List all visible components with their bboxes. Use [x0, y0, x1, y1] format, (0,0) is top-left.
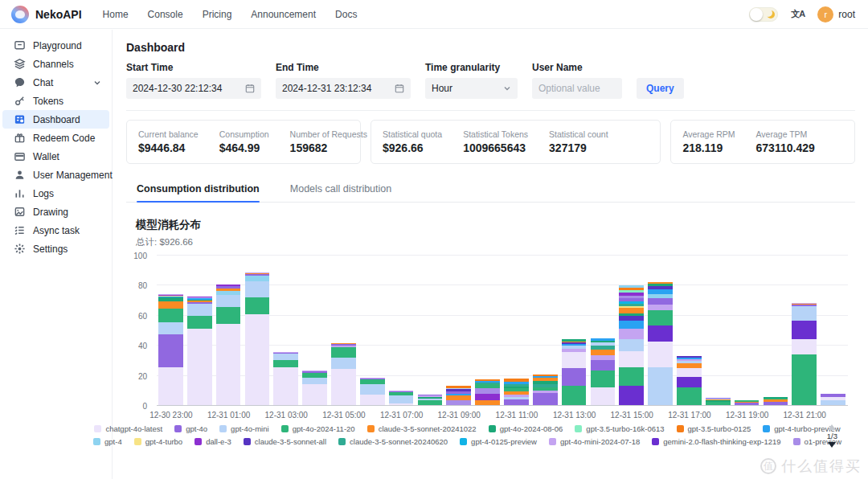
segment-gpt-4o-2024-11-20 [273, 360, 298, 367]
sidebar-item-tokens[interactable]: Tokens [2, 92, 109, 110]
stat-label: Statistical count [549, 129, 608, 139]
legend-swatch-icon [460, 438, 467, 445]
legend-item-gpt-4o-2024-08-06[interactable]: gpt-4o-2024-08-06 [489, 424, 563, 433]
segment-chatgpt-4o-latest [331, 369, 356, 405]
bar-12-31 04:00 [302, 371, 327, 405]
nekoapi-logo-icon [11, 6, 29, 23]
legend-item-dall-e-3[interactable]: dall-e-3 [194, 437, 231, 446]
end-time-field: End Time 2024-12-31 23:12:34 [276, 62, 411, 99]
legend-item-chatgpt-4o-latest[interactable]: chatgpt-4o-latest [94, 424, 162, 433]
gear-icon [14, 243, 26, 255]
segment-gpt-4o-mini [821, 400, 845, 405]
segment-gemini-2.0-flash-thinking-exp-1219 [792, 321, 817, 338]
legend-item-gpt-4o-mini-2024-07-18[interactable]: gpt-4o-mini-2024-07-18 [549, 437, 640, 446]
gridline [157, 255, 848, 256]
sidebar-item-logs[interactable]: Logs [2, 184, 109, 203]
sidebar-item-playground[interactable]: Playground [2, 36, 109, 55]
legend-page-down-icon[interactable] [828, 442, 836, 448]
legend-swatch-icon [367, 425, 375, 432]
nav-link-announcement[interactable]: Announcement [251, 9, 316, 20]
user-icon [14, 169, 26, 181]
calendar-icon[interactable] [245, 84, 255, 93]
segment-claude-3-5-sonnet-20241022 [158, 301, 183, 309]
user-menu[interactable]: r root [817, 6, 855, 23]
bar-12-31 14:00 [591, 338, 616, 405]
bar-12-31 19:00 [735, 400, 760, 405]
legend-item-gpt-4o-mini[interactable]: gpt-4o-mini [219, 424, 269, 433]
legend-area: chatgpt-4o-latestgpt-4ogpt-4o-minigpt-4o… [126, 424, 855, 446]
bar-12-31 16:00 [648, 282, 673, 405]
legend-swatch-icon [219, 425, 227, 432]
start-time-input[interactable]: 2024-12-30 22:12:34 [126, 78, 261, 99]
legend-swatch-icon [793, 438, 800, 445]
sidebar-item-dashboard[interactable]: Dashboard [2, 110, 109, 129]
segment-gpt-4o-mini [302, 378, 327, 383]
y-tick-label: 40 [138, 342, 147, 350]
sidebar-item-label: Redeem Code [33, 133, 95, 144]
language-switch-icon[interactable]: 文A [791, 8, 805, 20]
legend-item-gpt-3.5-turbo-16k-0613[interactable]: gpt-3.5-turbo-16k-0613 [575, 424, 664, 433]
segment-gpt-4o-2024-11-20 [562, 386, 587, 405]
dark-mode-toggle[interactable] [749, 7, 778, 22]
user-name-label: User Name [532, 62, 622, 73]
segment-o1-preview [446, 400, 471, 405]
user-name-input[interactable]: Optional value [532, 78, 622, 99]
segment-gpt-4o-2024-11-20 [418, 400, 443, 405]
segment-chatgpt-4o-latest [360, 395, 385, 405]
sidebar-item-label: Async task [33, 225, 80, 236]
legend-pager: 1/3 [827, 424, 837, 448]
legend-item-gpt-4-turbo[interactable]: gpt-4-turbo [134, 437, 182, 446]
segment-chatgpt-4o-latest [562, 352, 587, 369]
start-time-field: Start Time 2024-12-30 22:12:34 [126, 62, 261, 99]
nav-link-console[interactable]: Console [148, 9, 183, 20]
nav-link-pricing[interactable]: Pricing [203, 9, 232, 20]
legend-item-claude-3-5-sonnet-20241022[interactable]: claude-3-5-sonnet-20241022 [367, 424, 477, 433]
segment-gpt-4o-2024-11-20 [792, 354, 817, 405]
legend-item-claude-3-5-sonnet-20240620[interactable]: claude-3-5-sonnet-20240620 [338, 437, 448, 446]
segment-gpt-4o [158, 334, 183, 367]
legend-item-claude-3-5-sonnet-all[interactable]: claude-3-5-sonnet-all [244, 437, 326, 446]
nav-link-home[interactable]: Home [103, 9, 129, 20]
calendar-icon[interactable] [395, 84, 404, 93]
legend-item-gpt-3.5-turbo-0125[interactable]: gpt-3.5-turbo-0125 [677, 424, 751, 433]
stat-value: $9446.84 [138, 141, 199, 154]
sidebar-item-chat[interactable]: Chat [2, 73, 109, 92]
stat: Average RPM 218.119 [682, 129, 735, 154]
sidebar-item-async-task[interactable]: Async task [2, 221, 109, 240]
bar-12-31 12:00 [533, 375, 558, 405]
legend-item-gpt-4[interactable]: gpt-4 [93, 437, 122, 446]
legend-label: gpt-3.5-turbo-16k-0613 [586, 424, 664, 433]
x-tick-label: 12-31 03:00 [265, 411, 308, 420]
sidebar-item-label: Wallet [33, 151, 59, 162]
legend-item-gpt-4o-2024-11-20[interactable]: gpt-4o-2024-11-20 [281, 424, 355, 433]
legend-item-gpt-4-0125-preview[interactable]: gpt-4-0125-preview [460, 437, 537, 446]
stat: Statistical quota $926.66 [383, 129, 442, 154]
granularity-select[interactable]: Hour [425, 78, 518, 99]
watermark-badge: 值 [760, 458, 776, 474]
chevron-down-icon[interactable] [93, 76, 101, 90]
tab-models-call-distribution[interactable]: Models call distribution [290, 183, 391, 202]
nav-link-docs[interactable]: Docs [335, 9, 357, 20]
segment-gpt-4o-mini [158, 322, 183, 334]
legend-swatch-icon [338, 438, 346, 445]
query-button[interactable]: Query [637, 78, 684, 99]
legend-page-up-icon[interactable] [828, 424, 836, 430]
chat-bubble-icon [14, 76, 26, 88]
sidebar-item-wallet[interactable]: Wallet [2, 147, 109, 166]
sidebar-item-redeem-code[interactable]: Redeem Code [2, 129, 109, 147]
legend-item-gpt-4o[interactable]: gpt-4o [174, 424, 207, 433]
end-time-input[interactable]: 2024-12-31 23:12:34 [276, 78, 411, 99]
legend-swatch-icon [174, 425, 182, 432]
stat: Current balance $9446.84 [138, 129, 199, 154]
segment-gpt-4o-mini [360, 384, 385, 395]
bar-12-31 20:00 [764, 397, 788, 405]
sidebar-item-settings[interactable]: Settings [2, 240, 109, 258]
brand[interactable]: NekoAPI [11, 6, 82, 23]
sidebar-item-drawing[interactable]: Drawing [2, 203, 109, 221]
segment-gpt-4o-mini [331, 358, 356, 369]
legend-item-gemini-2.0-flash-thinking-exp-1219[interactable]: gemini-2.0-flash-thinking-exp-1219 [652, 437, 780, 446]
sidebar-item-channels[interactable]: Channels [2, 55, 109, 73]
tab-consumption-distribution[interactable]: Consumption distribution [137, 183, 260, 202]
sidebar-item-user-management[interactable]: User Management [2, 166, 109, 184]
legend-swatch-icon [93, 438, 100, 445]
